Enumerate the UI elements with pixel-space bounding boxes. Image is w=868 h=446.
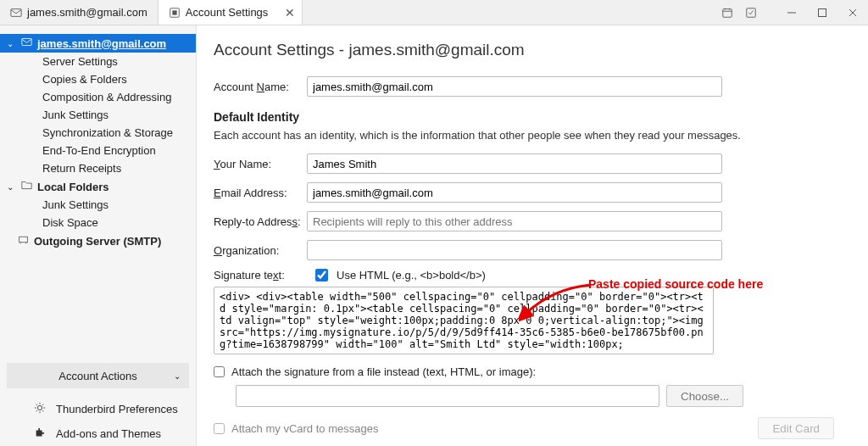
content-pane: Account Settings - james.smith@gmail.com… [197,25,868,446]
attach-file-label: Attach the signature from a file instead… [231,365,536,378]
sidebar-smtp-node[interactable]: Outgoing Server (SMTP) [0,231,196,250]
page-title: Account Settings - james.smith@gmail.com [214,41,834,59]
your-name-label: Your Name: [214,158,307,170]
tab-mailbox-label: james.smith@gmail.com [27,6,147,19]
chevron-down-icon: ⌄ [174,371,181,381]
chevron-down-icon: ⌄ [5,39,15,48]
sidebar-item-composition[interactable]: Composition & Addressing [0,88,196,106]
edit-card-button[interactable]: Edit Card [758,417,834,439]
sidebar: ⌄ james.smith@gmail.com Server Settings … [0,25,197,446]
sidebar-addons-link[interactable]: Add-ons and Themes [0,421,196,446]
window-maximize-button[interactable] [807,0,837,25]
window-minimize-button[interactable] [776,0,807,25]
account-actions-button[interactable]: Account Actions ⌄ [7,363,189,388]
mail-account-icon [20,36,32,50]
identity-description: Each account has an identity, which is t… [214,129,834,142]
sidebar-local-folders-label: Local Folders [37,181,109,193]
mailbox-icon [10,7,22,19]
svg-rect-3 [723,8,732,17]
sidebar-addons-label: Add-ons and Themes [56,427,161,440]
account-name-input[interactable] [307,76,722,97]
gear-icon [34,402,47,416]
sidebar-preferences-label: Thunderbird Preferences [56,403,178,415]
sidebar-local-folders-node[interactable]: ⌄ Local Folders [0,177,196,196]
signature-text-label: Signature text: [214,269,307,282]
attach-vcard-label: Attach my vCard to messages [231,422,378,435]
svg-point-8 [37,405,42,410]
calendar-icon-button[interactable] [715,7,739,19]
puzzle-icon [34,426,47,441]
sidebar-account-label: james.smith@gmail.com [37,37,166,50]
sidebar-preferences-link[interactable]: Thunderbird Preferences [0,397,196,421]
svg-rect-2 [172,10,176,14]
account-name-label: Account Name: [214,81,307,93]
sidebar-item-copies-folders[interactable]: Copies & Folders [0,70,196,88]
sidebar-item-e2e[interactable]: End-To-End Encryption [0,142,196,159]
sidebar-item-return-receipts[interactable]: Return Receipts [0,159,196,177]
default-identity-heading: Default Identity [214,110,834,124]
signature-textarea[interactable] [214,287,714,354]
chevron-down-icon: ⌄ [5,182,15,192]
account-actions-label: Account Actions [58,370,137,382]
titlebar: james.smith@gmail.com Account Settings ✕ [0,0,868,25]
folder-icon [20,180,32,193]
email-input[interactable] [307,182,722,203]
sidebar-item-server-settings[interactable]: Server Settings [0,53,196,70]
tasks-icon-button[interactable] [739,7,763,19]
tab-mailbox[interactable]: james.smith@gmail.com [0,0,159,25]
reply-to-label: Reply-to Address: [214,215,307,228]
organization-label: Organization: [214,244,307,257]
choose-file-button[interactable]: Choose... [666,385,743,407]
reply-to-input[interactable] [307,211,722,231]
svg-rect-6 [21,38,31,45]
close-tab-button[interactable]: ✕ [285,6,295,20]
use-html-label: Use HTML (e.g., <b>bold</b>) [337,269,486,282]
sidebar-smtp-label: Outgoing Server (SMTP) [34,235,161,248]
tab-settings-label: Account Settings [186,6,269,19]
settings-tab-icon [169,7,181,19]
svg-rect-5 [819,8,826,16]
sidebar-item-sync[interactable]: Synchronization & Storage [0,124,196,142]
svg-rect-7 [19,237,27,243]
sidebar-account-node[interactable]: ⌄ james.smith@gmail.com [0,34,196,53]
sidebar-item-local-junk[interactable]: Junk Settings [0,196,196,214]
svg-rect-0 [11,8,21,16]
smtp-icon [17,234,29,248]
email-label: Email Address: [214,187,307,199]
attach-file-checkbox[interactable] [214,366,225,377]
attach-vcard-checkbox[interactable] [214,423,225,434]
organization-input[interactable] [307,240,722,260]
signature-file-path-input[interactable] [236,385,659,407]
window-close-button[interactable] [837,0,868,25]
tab-account-settings[interactable]: Account Settings ✕ [159,0,303,25]
your-name-input[interactable] [307,153,722,174]
use-html-checkbox[interactable] [315,269,328,282]
sidebar-item-disk-space[interactable]: Disk Space [0,214,196,231]
sidebar-item-junk[interactable]: Junk Settings [0,106,196,124]
